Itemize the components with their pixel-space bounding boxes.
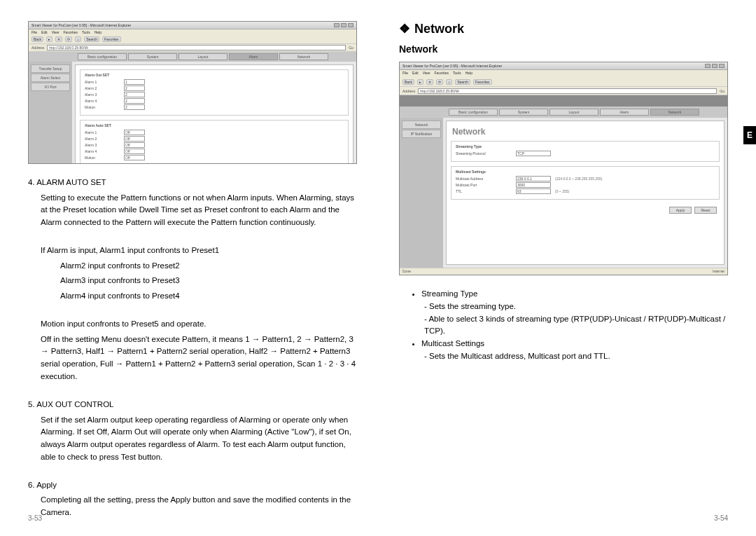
min-icon[interactable] — [334, 23, 340, 27]
network-screenshot: Smart Viewer for ProCam [ver 0.95] - Mic… — [399, 62, 728, 275]
menu-edit[interactable]: Edit — [41, 30, 48, 34]
bullet-multicast-title: Multicast Settings — [421, 339, 484, 348]
menu-file[interactable]: File — [402, 71, 408, 76]
refresh-button[interactable]: ⟳ — [436, 79, 443, 85]
menu-favorites[interactable]: Favorites — [63, 30, 78, 34]
refresh-button[interactable]: ⟳ — [65, 36, 72, 42]
bullet-streaming-type: Streaming Type - Sets the streaming type… — [421, 288, 728, 338]
autoset-alarm2-label: Alarm 2 — [85, 137, 120, 141]
alarm2-select[interactable]: 2 — [124, 85, 145, 91]
favorites-button[interactable]: Favorites — [473, 79, 492, 85]
section-heading: ❖Network — [399, 21, 728, 36]
sidebar: Network IP Notification — [400, 118, 443, 268]
sub-heading: Network — [399, 43, 728, 55]
go-button[interactable]: Go — [349, 46, 354, 50]
menu-tools[interactable]: Tools — [453, 71, 461, 76]
autoset-alarm3-select[interactable]: Off — [124, 142, 145, 148]
url-input[interactable]: http://192.168.0.25:80/Mi — [47, 45, 346, 50]
window-title: Smart Viewer for ProCam [ver 0.95] - Mic… — [31, 23, 131, 27]
item5-title: 5. AUX OUT CONTROL — [28, 399, 357, 411]
stop-button[interactable]: ✕ — [426, 79, 433, 85]
ttl-input[interactable]: 63 — [516, 188, 551, 194]
tab-network[interactable]: Network — [650, 109, 699, 116]
tab-layout[interactable]: Layout — [550, 109, 598, 116]
autoset-motion-select[interactable]: Off — [124, 155, 145, 160]
alarm3-label: Alarm 3 — [85, 92, 120, 97]
streaming-type-legend: Streaming Type — [456, 144, 715, 149]
tab-alarm[interactable]: Alarm — [600, 109, 649, 116]
autoset-alarm2-select[interactable]: Off — [124, 136, 145, 142]
tab-network[interactable]: Network — [279, 53, 328, 60]
multicast-port-label: Multicast Port — [456, 183, 512, 187]
item4-para1: Setting to execute the Pattern functions… — [28, 192, 357, 229]
menu-favorites[interactable]: Favorites — [434, 71, 449, 76]
autoset-alarm4-select[interactable]: Off — [124, 149, 145, 154]
home-button[interactable]: ⌂ — [75, 36, 81, 42]
window-controls — [334, 23, 354, 27]
max-icon[interactable] — [341, 23, 346, 27]
search-button[interactable]: Search — [84, 36, 99, 42]
sidebar: Transfer Setup Alarm Select I/O Port — [29, 62, 72, 164]
right-text: Streaming Type - Sets the streaming type… — [399, 288, 728, 363]
search-button[interactable]: Search — [455, 79, 470, 85]
item4-line4: Alarm4 input confronts to Preset4 — [28, 290, 357, 303]
tab-system[interactable]: System — [499, 109, 548, 116]
window-controls — [705, 64, 724, 68]
streaming-protocol-select[interactable]: TCP — [516, 151, 551, 156]
back-button[interactable]: Back — [31, 36, 43, 42]
tab-basic[interactable]: Basic configuration — [449, 109, 498, 116]
alarm2-label: Alarm 2 — [85, 86, 120, 90]
multicast-settings: Multicast Settings Multicast Address239.… — [451, 166, 720, 200]
stop-button[interactable]: ✕ — [55, 36, 62, 42]
tab-basic[interactable]: Basic configuration — [78, 53, 127, 60]
alarm1-select[interactable]: 1 — [124, 79, 145, 85]
max-icon[interactable] — [712, 64, 718, 68]
motion-label: Motion — [85, 105, 120, 109]
address-bar: Address http://192.168.0.25:80/Mi Go — [400, 87, 727, 95]
menu-view[interactable]: View — [52, 30, 59, 34]
sidebar-item-ipnotification[interactable]: IP Notification — [402, 130, 441, 138]
favorites-button[interactable]: Favorites — [102, 36, 121, 42]
home-button[interactable]: ⌂ — [446, 79, 452, 85]
back-button[interactable]: Back — [402, 79, 414, 85]
close-icon[interactable] — [348, 23, 354, 27]
sidebar-item-transfer[interactable]: Transfer Setup — [31, 64, 70, 73]
forward-button[interactable]: ▸ — [417, 79, 424, 85]
reset-button[interactable]: Reset — [694, 207, 717, 214]
min-icon[interactable] — [705, 64, 710, 68]
menu-view[interactable]: View — [423, 71, 430, 76]
multicast-legend: Multicast Settings — [456, 170, 715, 174]
main-panel: Alarm Out SET Alarm 11 Alarm 22 Alarm 32… — [75, 64, 354, 164]
multicast-address-input[interactable]: 239.0.0.1 — [516, 176, 551, 181]
close-icon[interactable] — [719, 64, 724, 68]
forward-button[interactable]: ▸ — [46, 36, 52, 42]
tab-alarm[interactable]: Alarm — [229, 53, 278, 60]
menu-help[interactable]: Help — [94, 30, 102, 34]
sidebar-item-network[interactable]: Network — [402, 121, 441, 129]
item4-line5: Motion input confronts to Preset5 and op… — [28, 318, 357, 331]
item4-line3: Alarm3 input confronts to Preset3 — [28, 275, 357, 287]
menu-tools[interactable]: Tools — [82, 30, 90, 34]
ttl-label: TTL — [456, 189, 512, 193]
alarm-screenshot: Smart Viewer for ProCam [ver 0.95] - Mic… — [28, 21, 357, 164]
autoset-alarm4-label: Alarm 4 — [85, 149, 120, 153]
go-button[interactable]: Go — [720, 89, 724, 93]
menu-file[interactable]: File — [31, 30, 37, 34]
url-input[interactable]: http://192.168.0.25:80/Mi — [418, 88, 717, 94]
autoset-alarm1-select[interactable]: Off — [124, 130, 145, 135]
alarm3-select[interactable]: 2 — [124, 92, 145, 97]
ttl-hint: (0 ~ 255) — [555, 189, 569, 193]
menu-help[interactable]: Help — [465, 71, 472, 76]
sidebar-item-ioport[interactable]: I/O Port — [31, 83, 70, 91]
apply-button[interactable]: Apply — [669, 207, 692, 214]
app-body: Network IP Notification Network Streamin… — [400, 118, 727, 268]
multicast-port-input[interactable]: 3000 — [516, 182, 551, 188]
menu-edit[interactable]: Edit — [412, 71, 419, 76]
window-titlebar: Smart Viewer for ProCam [ver 0.95] - Mic… — [400, 62, 727, 70]
multicast-address-label: Multicast Address — [456, 177, 512, 181]
tab-system[interactable]: System — [128, 53, 177, 60]
motion-select[interactable]: 2 — [124, 104, 145, 110]
tab-layout[interactable]: Layout — [178, 53, 227, 60]
alarm4-select[interactable]: 2 — [124, 98, 145, 104]
sidebar-item-alarmselect[interactable]: Alarm Select — [31, 74, 70, 82]
